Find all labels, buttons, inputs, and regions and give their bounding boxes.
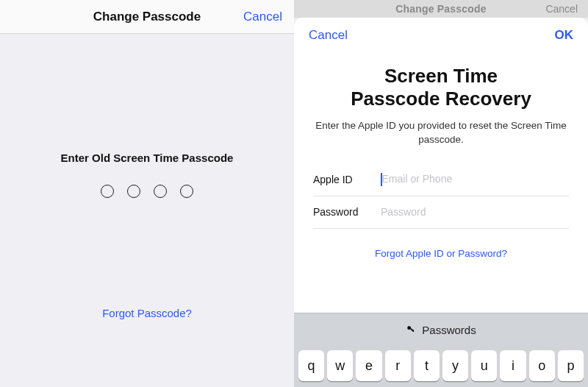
passcode-entry-area: Enter Old Screen Time Passcode <box>0 34 294 198</box>
change-passcode-screen: Change Passcode Cancel Enter Old Screen … <box>0 0 294 387</box>
cancel-button[interactable]: Cancel <box>243 0 282 34</box>
key-p[interactable]: p <box>558 350 584 381</box>
svg-point-0 <box>408 326 412 330</box>
passcode-dot <box>180 185 193 198</box>
passcode-dot <box>127 185 140 198</box>
recovery-modal: Cancel OK Screen Time Passcode Recovery … <box>294 18 588 387</box>
recovery-subtitle: Enter the Apple ID you provided to reset… <box>312 119 570 146</box>
modal-header: Cancel OK <box>294 18 588 43</box>
forgot-apple-id-link[interactable]: Forgot Apple ID or Password? <box>294 248 588 259</box>
key-o[interactable]: o <box>529 350 555 381</box>
keyboard-accessory: Passwords q w e r t y u i o p <box>294 313 588 387</box>
background-cancel: Cancel <box>545 3 578 15</box>
passcode-dots <box>0 185 294 198</box>
keyboard-row: q w e r t y u i o p <box>294 346 588 387</box>
key-i[interactable]: i <box>500 350 526 381</box>
recovery-form: Apple ID Email or Phone Password Passwor… <box>294 154 588 229</box>
modal-ok-button[interactable]: OK <box>555 28 574 43</box>
modal-cancel-button[interactable]: Cancel <box>309 28 348 43</box>
recovery-title: Screen Time Passcode Recovery <box>312 65 570 110</box>
password-label: Password <box>313 206 381 218</box>
apple-id-row[interactable]: Apple ID Email or Phone <box>313 164 569 196</box>
passwords-autofill-label: Passwords <box>422 324 476 336</box>
recovery-title-line2: Passcode Recovery <box>351 88 531 110</box>
passcode-dot <box>101 185 114 198</box>
apple-id-label: Apple ID <box>313 174 381 185</box>
passcode-dot <box>154 185 167 198</box>
password-row[interactable]: Password Password <box>313 196 569 229</box>
passwords-autofill-button[interactable]: Passwords <box>294 313 588 346</box>
key-w[interactable]: w <box>327 350 353 381</box>
key-y[interactable]: y <box>442 350 468 381</box>
apple-id-placeholder: Email or Phone <box>382 173 453 185</box>
key-u[interactable]: u <box>471 350 497 381</box>
password-placeholder: Password <box>381 206 426 218</box>
key-r[interactable]: r <box>385 350 411 381</box>
forgot-passcode-link[interactable]: Forgot Passcode? <box>0 307 294 319</box>
recovery-screen: Change Passcode Cancel Cancel OK Screen … <box>294 0 588 387</box>
passcode-prompt: Enter Old Screen Time Passcode <box>0 152 294 164</box>
background-nav-title: Change Passcode <box>395 3 487 15</box>
key-t[interactable]: t <box>414 350 440 381</box>
password-input[interactable]: Password <box>381 206 569 218</box>
recovery-title-line1: Screen Time <box>384 65 498 87</box>
nav-title: Change Passcode <box>93 10 201 24</box>
left-nav-bar: Change Passcode Cancel <box>0 0 294 34</box>
apple-id-input[interactable]: Email or Phone <box>381 173 569 186</box>
key-icon <box>406 324 416 335</box>
recovery-hero: Screen Time Passcode Recovery Enter the … <box>294 43 588 154</box>
key-q[interactable]: q <box>298 350 324 381</box>
background-nav-bar: Change Passcode Cancel <box>294 0 588 18</box>
key-e[interactable]: e <box>356 350 381 381</box>
